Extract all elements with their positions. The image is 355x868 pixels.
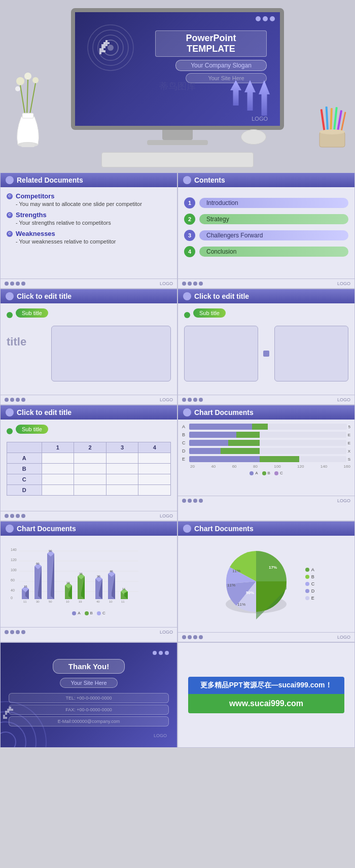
pie-legend-a: A — [305, 567, 315, 572]
competitors-bullet: © — [7, 193, 13, 199]
hbar-fill-green-1 — [252, 424, 268, 430]
svg-line-6 — [29, 83, 36, 117]
svg-text:120: 120 — [11, 558, 17, 562]
table-row-label-c: C — [7, 474, 42, 485]
monitor-dot-2 — [263, 16, 268, 21]
contents-header: Contents — [178, 173, 354, 187]
contents-footer-dot-3 — [193, 282, 197, 286]
chart-docs-3-slide: Chart Documents — [178, 521, 355, 642]
strengths-bullet: © — [7, 212, 13, 218]
table-col-empty — [7, 442, 42, 453]
c3-fd-4 — [199, 635, 203, 639]
chart-docs-2-title: Chart Documents — [17, 525, 76, 533]
footer-dot-3 — [16, 282, 20, 286]
contents-label-2: Strategy — [199, 214, 348, 224]
hbar-track-1 — [189, 424, 347, 430]
contents-item-3: 3 Challengers Forward — [184, 230, 348, 241]
contents-num-3: 3 — [184, 230, 195, 241]
edit-title-3-footer: LOGO — [1, 511, 177, 520]
hbar-fill-blue-1 — [189, 424, 252, 430]
ty-dot-2 — [159, 651, 163, 655]
title-placeholder-area: title — [7, 326, 47, 381]
pie-label-d: D — [311, 588, 315, 594]
chart-2-footer: LOGO — [1, 627, 177, 637]
hbar-val-4: X — [348, 449, 350, 454]
legend-2-label-a: A — [78, 611, 80, 615]
svg-rect-24 — [99, 48, 101, 50]
edit-title-2-footer: LOGO — [178, 395, 354, 404]
svg-rect-15 — [105, 40, 108, 42]
svg-line-5 — [27, 80, 28, 117]
content-box-1 — [51, 326, 171, 381]
hbar-fill-green-5 — [260, 456, 299, 462]
title-placeholder-text: title — [7, 336, 47, 348]
e3-fd-4 — [21, 514, 25, 518]
hbar-track-2 — [189, 432, 346, 438]
chart-1-logo: LOGO — [337, 498, 350, 503]
c2-fd-1 — [5, 630, 9, 634]
weaknesses-title: © Weaknesses — [7, 230, 171, 237]
c1-fd-1 — [182, 499, 186, 503]
c3-footer-dots — [182, 635, 203, 639]
related-documents-header: Related Documents — [1, 173, 177, 187]
table-row-a: A — [7, 453, 171, 464]
table-cell-a4 — [138, 453, 171, 464]
pie-dot-c — [305, 582, 309, 586]
hbar-fill-blue-4 — [189, 448, 221, 454]
svg-point-2 — [32, 77, 39, 83]
svg-text:33: 33 — [79, 600, 82, 603]
table-cell-b3 — [106, 464, 138, 474]
edit-title-2-header: Click to edit title — [178, 289, 354, 303]
svg-text:10: 10 — [109, 600, 113, 603]
subtitle-bar-1: Sub title — [16, 308, 48, 318]
table-cell-c4 — [138, 474, 171, 485]
svg-text:30: 30 — [36, 600, 40, 603]
edit-title-3-icon — [6, 408, 14, 416]
subtitle-dot-1 — [7, 312, 13, 318]
contents-item-1: 1 Introduction — [184, 197, 348, 209]
contents-footer: LOGO — [178, 279, 354, 288]
table-header-row: 1 2 3 4 — [7, 442, 171, 453]
arrow-2 — [244, 80, 256, 111]
monitor-dot-3 — [270, 16, 275, 21]
axis-120: 120 — [297, 464, 304, 469]
chart-docs-3-content: 17% 11% 11% 11% 50% A B — [178, 536, 354, 632]
pie-dot-d — [305, 589, 309, 593]
table-row-d: D — [7, 485, 171, 496]
edit-title-2-text: Click to edit title — [194, 292, 249, 300]
e3-fd-1 — [5, 514, 9, 518]
svg-rect-106 — [3, 715, 5, 717]
legend-2-label-b: B — [90, 611, 93, 615]
svg-text:90: 90 — [49, 549, 52, 552]
legend-label-b: B — [268, 471, 270, 475]
hbar-row-3: C E — [182, 440, 350, 446]
axis-40: 40 — [211, 464, 216, 469]
edit-title-1-footer: LOGO — [1, 395, 177, 404]
legend-dot-c — [274, 471, 278, 475]
axis-20: 20 — [190, 464, 195, 469]
svg-point-1 — [24, 73, 31, 80]
pencil-cup — [317, 104, 347, 145]
weaknesses-bullet: © — [7, 231, 13, 237]
chart-legend-2: A B C — [7, 611, 171, 615]
pie-container: 17% 11% 11% 11% 50% A B — [184, 541, 348, 627]
c1-fd-3 — [193, 499, 197, 503]
vase-decoration — [10, 71, 46, 152]
chart-1-icon — [183, 408, 191, 416]
edit-title-1-text: Click to edit title — [17, 292, 72, 300]
hbar-val-5: S — [348, 457, 350, 462]
legend-dot-a — [250, 471, 254, 475]
e1-fd-3 — [16, 398, 20, 402]
strengths-sub: - Your strengths relative to competitors — [16, 220, 171, 226]
table-col-2: 2 — [74, 442, 106, 453]
c3-fd-2 — [188, 635, 192, 639]
svg-text:40: 40 — [110, 570, 113, 573]
svg-rect-17 — [105, 42, 108, 44]
pie-dot-b — [305, 575, 309, 579]
table-cell-a1 — [42, 453, 74, 464]
svg-rect-108 — [5, 717, 7, 719]
legend-2-dot-a — [72, 611, 76, 615]
svg-rect-9 — [21, 143, 34, 147]
table-cell-b1 — [42, 464, 74, 474]
subtitle-bar-2: Sub title — [193, 308, 226, 318]
